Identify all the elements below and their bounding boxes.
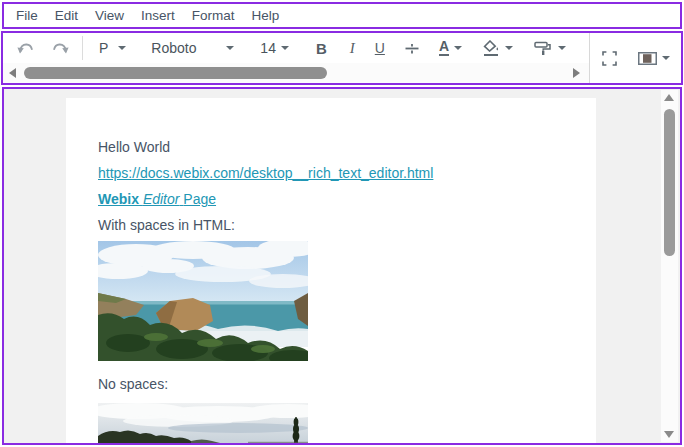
layout-view-dropdown[interactable]: [638, 52, 670, 65]
toolbar-scroll-area: P Roboto 14 B I U: [3, 33, 589, 83]
font-size-dropdown[interactable]: 14: [260, 40, 289, 56]
menu-view[interactable]: View: [95, 8, 124, 23]
highlight-roller-icon: [534, 41, 553, 56]
coast-photo-rendering: [98, 241, 308, 361]
strikethrough-button[interactable]: [404, 41, 420, 56]
chevron-down-icon: [662, 56, 670, 60]
scroll-up-arrow-icon[interactable]: [664, 94, 674, 101]
text-color-dropdown[interactable]: A: [439, 40, 462, 56]
chevron-down-icon: [454, 46, 462, 50]
fullscreen-button[interactable]: [602, 51, 617, 66]
text-color-icon: A: [439, 40, 449, 56]
vertical-scrollbar[interactable]: [661, 90, 678, 442]
vertical-scroll-thumb[interactable]: [664, 109, 675, 256]
paragraph-link-url: https://docs.webix.com/desktop__rich_tex…: [98, 166, 566, 181]
layout-view-icon: [638, 52, 657, 65]
link-bold-part: Webix: [98, 191, 139, 207]
redo-button[interactable]: [51, 41, 69, 55]
font-family-dropdown[interactable]: Roboto: [151, 40, 234, 56]
fullscreen-icon: [602, 51, 617, 66]
chevron-down-icon: [226, 46, 234, 50]
link-plain-part: Page: [183, 191, 216, 207]
sky-photo-rendering: [98, 403, 308, 445]
editor-page-link[interactable]: Webix Editor Page: [98, 191, 216, 207]
highlight-dropdown[interactable]: [534, 41, 566, 56]
fill-color-dropdown[interactable]: [482, 40, 513, 56]
document-body: Hello World https://docs.webix.com/deskt…: [66, 98, 596, 445]
document-url-link[interactable]: https://docs.webix.com/desktop__rich_tex…: [98, 165, 433, 181]
link-italic-part: Editor: [143, 191, 180, 207]
scroll-right-arrow-icon[interactable]: [573, 68, 580, 78]
paragraph-hello: Hello World: [98, 140, 566, 155]
undo-button[interactable]: [17, 41, 35, 55]
chevron-down-icon: [118, 46, 126, 50]
fill-color-icon: [482, 40, 500, 56]
strikethrough-icon: [404, 41, 420, 56]
font-family-value: Roboto: [151, 40, 221, 56]
horizontal-scroll-thumb[interactable]: [24, 67, 327, 79]
chevron-down-icon: [281, 46, 289, 50]
paragraph-no-spaces: No spaces:: [98, 377, 566, 392]
underline-button[interactable]: U: [375, 40, 385, 56]
menu-bar: File Edit View Insert Format Help: [2, 2, 682, 29]
document-page[interactable]: Hello World https://docs.webix.com/deskt…: [66, 98, 596, 445]
font-size-value: 14: [260, 40, 276, 56]
bold-button[interactable]: B: [316, 40, 327, 57]
toolbar-panel: P Roboto 14 B I U: [1, 31, 683, 85]
scroll-left-arrow-icon[interactable]: [9, 68, 16, 78]
menu-edit[interactable]: Edit: [55, 8, 78, 23]
editor-content-area[interactable]: Hello World https://docs.webix.com/deskt…: [2, 87, 682, 445]
document-image-coast[interactable]: [98, 241, 308, 361]
menu-insert[interactable]: Insert: [141, 8, 175, 23]
paragraph-style-value: P: [99, 40, 108, 56]
italic-button[interactable]: I: [350, 40, 355, 57]
chevron-down-icon: [505, 46, 513, 50]
menu-help[interactable]: Help: [252, 8, 280, 23]
menu-format[interactable]: Format: [192, 8, 235, 23]
paragraph-style-dropdown[interactable]: P: [99, 40, 126, 56]
redo-icon: [51, 41, 69, 55]
toolbar-separator: [82, 36, 83, 60]
document-image-sky[interactable]: [98, 403, 308, 445]
undo-icon: [17, 41, 35, 55]
menu-file[interactable]: File: [16, 8, 38, 23]
scroll-down-arrow-icon[interactable]: [664, 431, 674, 438]
toolbar-row: P Roboto 14 B I U: [3, 33, 589, 63]
toolbar-fixed-panel: [589, 33, 681, 83]
horizontal-scrollbar[interactable]: [3, 63, 589, 83]
paragraph-with-spaces: With spaces in HTML:: [98, 218, 566, 233]
rich-text-editor-window: File Edit View Insert Format Help: [0, 0, 684, 447]
paragraph-editor-link: Webix Editor Page: [98, 192, 566, 207]
chevron-down-icon: [558, 46, 566, 50]
